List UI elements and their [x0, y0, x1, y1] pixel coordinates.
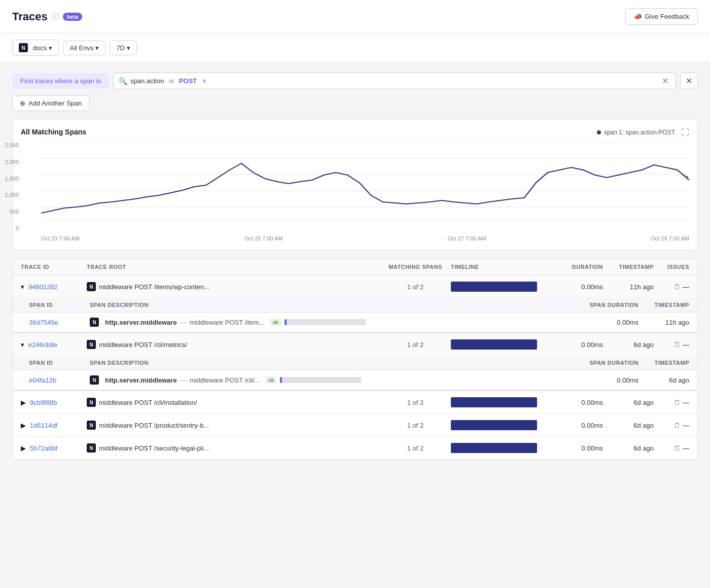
- trace-root-text: middleware POST /security-legal-pii...: [99, 444, 209, 452]
- span-subtable: SPAN ID SPAN DESCRIPTION SPAN DURATION T…: [13, 298, 697, 333]
- table-row: ▾ 94601262 N middleware POST /items/wp-c…: [13, 275, 697, 333]
- trace-root-cell: N middleware POST /product/sentry-b...: [87, 421, 380, 430]
- search-icon: 🔍: [119, 77, 127, 85]
- n-badge: N: [90, 375, 99, 385]
- filter-remove-icon[interactable]: ✕: [202, 78, 207, 85]
- table-row: ▾ e246cb8e N middleware POST /cli/metric…: [13, 333, 697, 391]
- span-id-link[interactable]: e04fa12b: [29, 376, 56, 384]
- traces-table: TRACE ID TRACE ROOT MATCHING SPANS TIMEL…: [12, 258, 698, 460]
- span-timeline-bar: [285, 319, 366, 325]
- chart-expand-icon[interactable]: ⛶: [681, 128, 689, 137]
- matching-spans: 1 of 2: [380, 341, 451, 349]
- span-path: middleware POST /cli/...: [190, 376, 260, 384]
- th-issues: ISSUES: [654, 264, 689, 270]
- duration: 0.00ms: [552, 283, 603, 291]
- span-timestamp: 6d ago: [638, 376, 689, 384]
- chart-area: [41, 142, 689, 233]
- chart-svg: [41, 142, 689, 223]
- find-span-button[interactable]: Find traces where a span is: [12, 73, 109, 89]
- trace-id-link[interactable]: 1d6114df: [30, 422, 57, 429]
- timestamp: 6d ago: [603, 422, 654, 429]
- table-row: ▶ 9cb9f88b N middleware POST /cli/instal…: [13, 391, 697, 414]
- feedback-button[interactable]: 📣 Give Feedback: [625, 8, 698, 25]
- find-span-label: Find traces where a span is: [20, 77, 101, 85]
- legend-dot: [597, 130, 601, 134]
- minus-icon[interactable]: —: [683, 422, 689, 429]
- timeline-cell: [451, 339, 552, 350]
- minus-icon[interactable]: —: [683, 283, 689, 291]
- timeline-bar: [451, 443, 537, 453]
- period-label: 7D: [116, 44, 125, 52]
- trace-id-link[interactable]: 94601262: [28, 283, 58, 291]
- trace-id-cell: ▶ 1d6114df: [21, 422, 87, 429]
- expand-icon[interactable]: ▶: [21, 399, 26, 406]
- search-clear-button[interactable]: ✕: [660, 76, 670, 86]
- bookmark-icon[interactable]: 🗒: [674, 341, 681, 349]
- expand-icon[interactable]: ▶: [21, 422, 26, 429]
- span-data-row: 36d7546e N http.server.middleware — midd…: [13, 313, 697, 332]
- issues-cell: 🗒 —: [654, 399, 689, 406]
- search-container: 🔍 span.action is POST ✕ ✕: [113, 73, 676, 89]
- trace-root-cell: N middleware POST /cli/installation/: [87, 398, 380, 407]
- th-trace-root: TRACE ROOT: [87, 264, 380, 270]
- filter-dismiss-button[interactable]: ✕: [680, 73, 698, 89]
- span-description: N http.server.middleware — middleware PO…: [90, 375, 537, 385]
- span-th-id: SPAN ID: [29, 360, 90, 366]
- issues-cell: 🗒 —: [654, 444, 689, 452]
- page-title: Traces: [12, 10, 48, 23]
- issues-cell: 🗒 —: [654, 422, 689, 429]
- bookmark-icon[interactable]: 🗒: [674, 283, 681, 291]
- timestamp: 6d ago: [603, 341, 654, 349]
- span-timeline-bar: [280, 377, 361, 383]
- period-selector[interactable]: 7D ▾: [110, 41, 137, 55]
- ok-badge: ok: [265, 376, 277, 384]
- table-row: ▶ 1d6114df N middleware POST /product/se…: [13, 414, 697, 437]
- timeline-cell: [451, 420, 552, 430]
- minus-icon[interactable]: —: [683, 341, 689, 349]
- trace-root-text: middleware POST /product/sentry-b...: [99, 422, 209, 429]
- chart-title: All Matching Spans: [21, 128, 86, 136]
- bookmark-icon[interactable]: 🗒: [674, 399, 681, 406]
- project-selector[interactable]: N docs ▾: [12, 40, 59, 56]
- minus-icon[interactable]: —: [683, 399, 689, 406]
- span-id-link[interactable]: 36d7546e: [29, 319, 58, 326]
- timestamp: 11h ago: [603, 283, 654, 291]
- th-timestamp: TIMESTAMP: [603, 264, 654, 270]
- timestamp: 6d ago: [603, 399, 654, 406]
- collapse-icon[interactable]: ▾: [21, 283, 24, 291]
- legend-label: span 1: span.action:POST: [604, 129, 675, 136]
- issues-cell: 🗒 —: [654, 341, 689, 349]
- trace-id-cell: ▾ e246cb8e: [21, 341, 87, 349]
- beta-badge: beta: [63, 13, 83, 21]
- add-span-button[interactable]: ⊕ Add Another Span: [12, 95, 90, 111]
- search-field[interactable]: span.action is POST ✕: [130, 77, 657, 85]
- trace-id-link[interactable]: 5b72a6bf: [30, 444, 57, 452]
- trace-main-row: ▾ e246cb8e N middleware POST /cli/metric…: [13, 333, 697, 356]
- matching-spans: 1 of 2: [380, 283, 451, 291]
- n-badge: N: [90, 318, 99, 327]
- trace-id-link[interactable]: 9cb9f88b: [30, 399, 57, 406]
- trace-main-row: ▶ 5b72a6bf N middleware POST /security-l…: [13, 437, 697, 459]
- add-span-label: Add Another Span: [28, 99, 82, 107]
- main-content: Find traces where a span is 🔍 span.actio…: [0, 62, 710, 470]
- minus-icon[interactable]: —: [683, 444, 689, 452]
- span-id-cell: 36d7546e: [29, 319, 90, 326]
- project-icon: N: [19, 43, 28, 52]
- span-path: middleware POST /item...: [190, 319, 265, 326]
- trace-id-link[interactable]: e246cb8e: [28, 341, 57, 349]
- toolbar: N docs ▾ All Envs ▾ 7D ▾: [0, 33, 710, 62]
- collapse-icon[interactable]: ▾: [21, 341, 24, 349]
- expand-icon[interactable]: ▶: [21, 444, 26, 452]
- timeline-cell: [451, 443, 552, 453]
- chevron-down-icon: ▾: [127, 44, 130, 52]
- timestamp: 6d ago: [603, 444, 654, 452]
- env-selector[interactable]: All Envs ▾: [63, 41, 105, 55]
- span-description: N http.server.middleware — middleware PO…: [90, 318, 537, 327]
- trace-id-cell: ▶ 9cb9f88b: [21, 399, 87, 406]
- bookmark-icon[interactable]: 🗒: [674, 444, 681, 452]
- duration: 0.00ms: [552, 444, 603, 452]
- duration: 0.00ms: [552, 422, 603, 429]
- trace-id-cell: ▾ 94601262: [21, 283, 87, 291]
- chevron-down-icon: ▾: [95, 44, 99, 52]
- bookmark-icon[interactable]: 🗒: [674, 422, 681, 429]
